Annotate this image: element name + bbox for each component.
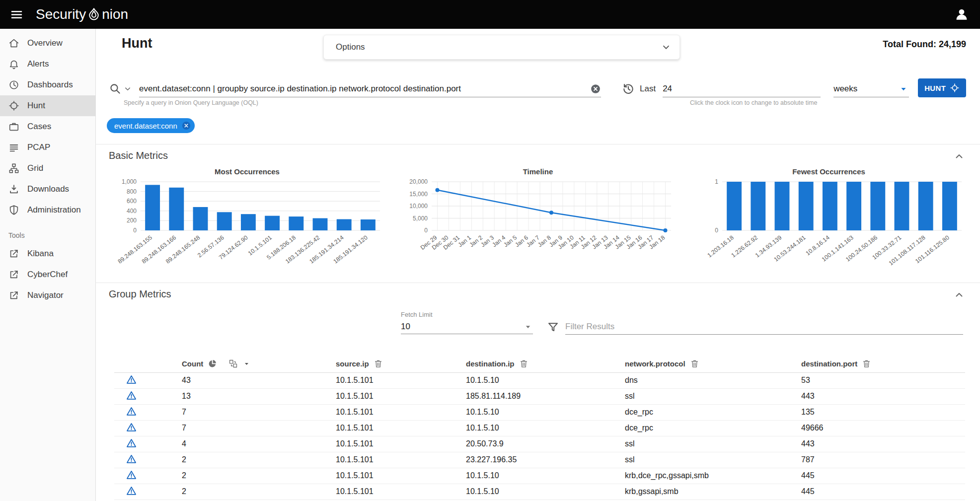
sidebar-item-downloads[interactable]: Downloads	[0, 179, 95, 200]
chart-title: Fewest Occurrences	[688, 167, 969, 176]
sidebar-item-grid[interactable]: Grid	[0, 158, 95, 179]
table-row[interactable]: 4310.1.5.10110.1.5.10dns53	[114, 372, 965, 388]
total-found: Total Found: 24,199	[883, 39, 966, 50]
duration-input[interactable]	[663, 84, 821, 94]
trash-icon[interactable]	[862, 359, 871, 368]
sidebar-item-label: PCAP	[27, 143, 50, 152]
user-icon[interactable]	[954, 7, 969, 22]
warning-icon[interactable]	[126, 438, 137, 448]
caret-down-icon	[898, 83, 909, 94]
group-metrics-table: Count source.ip	[114, 356, 965, 500]
sidebar-item-cases[interactable]: Cases	[0, 116, 95, 137]
time-history-icon[interactable]	[622, 82, 635, 95]
svg-text:10,000: 10,000	[409, 203, 428, 210]
fetch-limit-select[interactable]: 10	[401, 319, 533, 334]
sidebar-item-pcap[interactable]: PCAP	[0, 137, 95, 158]
trash-icon[interactable]	[519, 359, 528, 368]
chart-title: Timeline	[398, 167, 678, 176]
query-field	[139, 80, 601, 97]
total-found-label: Total Found:	[883, 39, 936, 49]
column-count-label: Count	[182, 359, 203, 368]
warning-icon[interactable]	[126, 374, 137, 385]
sidebar-item-hunt[interactable]: Hunt	[0, 95, 95, 116]
chart-canvas: 02004006008001,00089.248.163.15589.248.1…	[107, 177, 385, 279]
bell-icon	[8, 59, 19, 70]
sidebar-item-kibana[interactable]: Kibana	[0, 243, 95, 264]
chart-fewest-occurrences: Fewest Occurrences011.203.16.181.226.62.…	[688, 167, 969, 281]
chart-canvas: 05,00010,00015,00020,000Dec 29Dec 30Dec …	[398, 177, 676, 279]
crosshair-plus-icon	[950, 83, 960, 93]
pcap-icon	[8, 142, 19, 153]
warning-icon[interactable]	[126, 454, 137, 464]
sidebar-item-label: Kibana	[27, 249, 54, 259]
duration-unit-select[interactable]: weeks	[833, 80, 909, 97]
table-row[interactable]: 710.1.5.10110.1.5.10dce_rpc135	[114, 404, 965, 420]
svg-text:20,000: 20,000	[409, 178, 428, 185]
group-metrics-title: Group Metrics	[109, 288, 171, 300]
warning-icon[interactable]	[126, 486, 137, 496]
sidebar: OverviewAlertsDashboardsHuntCasesPCAPGri…	[0, 29, 96, 501]
filter-chips: event.dataset:conn	[107, 118, 195, 133]
warning-icon[interactable]	[126, 422, 137, 432]
sidebar-item-navigator[interactable]: Navigator	[0, 285, 95, 306]
table-row[interactable]: 1310.1.5.101185.81.114.189ssl443	[114, 388, 965, 404]
table-row[interactable]: 210.1.5.10123.227.196.35ssl787	[114, 452, 965, 468]
hunt-button[interactable]: HUNT	[918, 78, 966, 97]
caret-down-icon[interactable]	[242, 359, 251, 368]
search-icon[interactable]	[109, 82, 121, 95]
collapse-basic-metrics-icon[interactable]	[953, 150, 965, 162]
hunt-icon	[8, 100, 19, 111]
sidebar-item-label: Grid	[27, 163, 43, 173]
trash-icon[interactable]	[374, 359, 383, 368]
svg-text:15,000: 15,000	[409, 191, 428, 198]
basic-metrics-title: Basic Metrics	[109, 150, 168, 161]
main-content: Hunt Options Total Found: 24,199 Last we…	[96, 29, 980, 501]
chart-title: Most Occurrences	[107, 167, 387, 176]
external-link-icon	[8, 269, 19, 280]
column-source-ip: source.ip	[332, 356, 462, 372]
external-link-icon	[8, 248, 19, 259]
sidebar-item-administration[interactable]: Administration	[0, 200, 95, 220]
sidebar-item-overview[interactable]: Overview	[0, 33, 95, 54]
filter-results-input[interactable]	[565, 322, 963, 332]
sidebar-item-label: Downloads	[27, 184, 69, 194]
pie-chart-icon[interactable]	[208, 359, 217, 368]
fetch-limit-label: Fetch Limit	[401, 311, 533, 318]
svg-text:5,000: 5,000	[412, 215, 427, 222]
query-history-caret-icon[interactable]	[123, 84, 132, 93]
table-row[interactable]: 710.1.5.10110.1.5.10dce_rpc49666	[114, 420, 965, 436]
filter-chip[interactable]: event.dataset:conn	[107, 118, 195, 133]
column-destination-ip-label: destination.ip	[466, 359, 515, 368]
trash-icon[interactable]	[690, 359, 699, 368]
external-link-icon	[8, 290, 19, 301]
sidebar-item-label: Cases	[27, 122, 51, 132]
duration-field	[663, 80, 821, 97]
chip-close-icon[interactable]	[181, 121, 191, 131]
svg-text:600: 600	[127, 198, 137, 205]
sidebar-item-cyberchef[interactable]: CyberChef	[0, 264, 95, 285]
chart-canvas: 011.203.16.181.226.62.921.34.93.13910.53…	[688, 177, 967, 279]
sidebar-item-dashboards[interactable]: Dashboards	[0, 74, 95, 95]
sidebar-item-label: Dashboards	[27, 80, 73, 90]
query-input[interactable]	[139, 84, 590, 94]
sidebar-item-label: Hunt	[27, 101, 45, 111]
warning-icon[interactable]	[126, 390, 137, 401]
group-by-icon[interactable]	[228, 359, 238, 368]
time-mode-label: Last	[640, 84, 656, 94]
tools-section-label: Tools	[8, 231, 95, 239]
options-dropdown[interactable]: Options	[323, 35, 680, 60]
sidebar-item-label: Overview	[27, 38, 63, 48]
filter-icon	[547, 321, 559, 333]
collapse-group-metrics-icon[interactable]	[953, 289, 965, 301]
table-row[interactable]: 410.1.5.10120.50.73.9ssl443	[114, 436, 965, 452]
filter-results-field	[565, 319, 963, 335]
warning-icon[interactable]	[126, 406, 137, 417]
table-row[interactable]: 210.1.5.10110.1.5.10krb,gssapi,smb445	[114, 484, 965, 500]
svg-text:0: 0	[715, 227, 718, 234]
menu-icon[interactable]	[10, 8, 23, 21]
sidebar-item-alerts[interactable]: Alerts	[0, 54, 95, 74]
table-row[interactable]: 210.1.5.10110.1.5.10krb,dce_rpc,gssapi,s…	[114, 468, 965, 484]
clear-query-icon[interactable]	[590, 83, 601, 94]
warning-icon[interactable]	[126, 470, 137, 480]
app-logo: Security nion	[36, 6, 128, 22]
